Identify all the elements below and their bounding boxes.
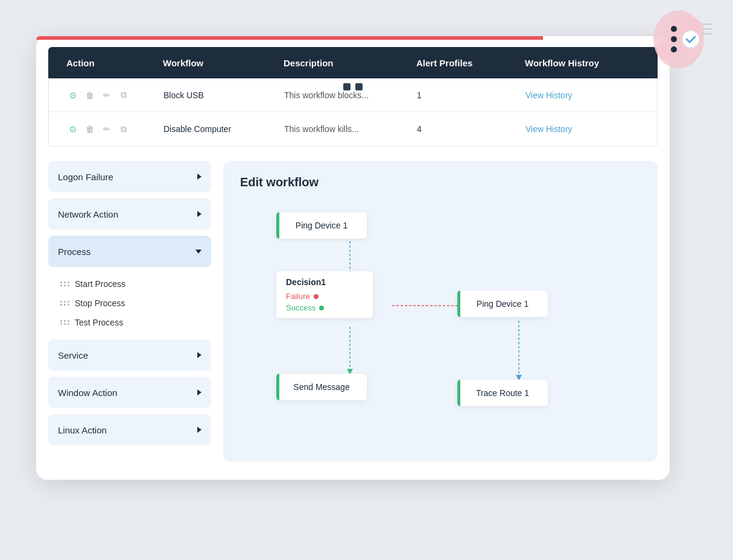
drag-handle-icon (60, 301, 70, 306)
sidebar-item-network-action[interactable]: Network Action (48, 198, 211, 230)
delete-icon-1[interactable]: 🗑 (84, 89, 96, 101)
resize-handles (343, 83, 363, 90)
resize-handle-right[interactable] (355, 83, 363, 90)
svg-point-6 (682, 31, 699, 48)
blob-decoration (643, 6, 715, 72)
send-message-label: Send Message (293, 382, 349, 392)
sub-item-label-stop: Stop Process (75, 298, 125, 308)
send-message-node[interactable]: Send Message (276, 374, 367, 400)
sidebar-label-service: Service (58, 350, 88, 360)
sidebar-label-window-action: Window Action (58, 388, 117, 398)
copy-icon-2[interactable]: ⧉ (118, 123, 130, 135)
success-branch: Success (286, 303, 363, 312)
decision-title: Decision1 (286, 277, 363, 287)
chevron-right-icon (197, 389, 201, 395)
drag-handle-icon (60, 282, 70, 286)
ping-device-node-1b[interactable]: Ping Device 1 (457, 291, 548, 317)
left-sidebar: Logon Failure Network Action Process (48, 161, 211, 462)
row-actions-1: ⊙ 🗑 ✏ ⧉ (67, 89, 163, 101)
ping-device-label-1b: Ping Device 1 (477, 299, 528, 309)
col-profiles: Alert Profiles (416, 58, 525, 68)
table-header: Action Workflow Description Alert Profil… (48, 47, 658, 78)
sub-item-test-process[interactable]: Test Process (48, 314, 211, 331)
edit-icon-1[interactable]: ✏ (101, 89, 113, 101)
row-actions-2: ⊙ 🗑 ✏ ⧉ (67, 123, 163, 135)
sub-item-label-start: Start Process (75, 279, 125, 289)
alert-profiles-1: 1 (417, 90, 525, 100)
failure-branch: Failure (286, 292, 363, 301)
svg-point-2 (656, 39, 683, 60)
history-cell-1: View History (525, 90, 639, 101)
table-row: ⊙ 🗑 ✏ ⧉ Disable Computer This workflow k… (49, 112, 657, 146)
trace-route-node[interactable]: Trace Route 1 (457, 380, 548, 406)
history-cell-2: View History (525, 124, 639, 134)
workflow-title: Edit workflow (240, 175, 641, 189)
workflow-name-2: Disable Computer (163, 124, 284, 134)
chevron-right-icon (197, 352, 201, 358)
alert-profiles-2: 4 (417, 124, 525, 134)
col-action: Action (66, 58, 163, 68)
workflow-desc-2: This workflow kills... (284, 124, 417, 134)
delete-icon-2[interactable]: 🗑 (84, 123, 96, 135)
trace-route-label: Trace Route 1 (476, 388, 529, 398)
sidebar-item-process[interactable]: Process (48, 236, 211, 267)
workflow-panel: Edit workflow (223, 161, 658, 462)
sub-item-start-process[interactable]: Start Process (48, 275, 211, 292)
sidebar-label-linux-action: Linux Action (58, 425, 107, 435)
sub-item-stop-process[interactable]: Stop Process (48, 295, 211, 312)
sidebar-item-linux-action[interactable]: Linux Action (48, 414, 211, 445)
top-bar (36, 36, 670, 40)
resize-handle-left[interactable] (343, 83, 351, 90)
success-label: Success (286, 303, 316, 312)
failure-label: Failure (286, 292, 310, 301)
sidebar-item-logon-failure[interactable]: Logon Failure (48, 161, 211, 192)
col-description: Description (284, 58, 416, 68)
bottom-layout: Logon Failure Network Action Process (48, 161, 658, 462)
chevron-right-icon (197, 174, 201, 180)
svg-point-5 (671, 46, 677, 52)
success-dot (319, 306, 324, 310)
svg-point-4 (671, 36, 677, 42)
chevron-right-icon (197, 427, 201, 433)
view-history-link-1[interactable]: View History (525, 90, 573, 100)
main-card: Action Workflow Description Alert Profil… (36, 36, 670, 480)
drag-handle-icon (60, 320, 70, 325)
process-sub-items: Start Process Stop Process Test Process (48, 273, 211, 333)
sidebar-item-service[interactable]: Service (48, 339, 211, 371)
workflow-diagram: Ping Device 1 Decision1 Failure Success (240, 206, 641, 447)
chevron-down-icon (195, 250, 201, 254)
workflow-name-1: Block USB (163, 90, 284, 100)
col-workflow: Workflow (163, 58, 284, 68)
workflow-arrows (240, 206, 641, 447)
sub-item-label-test: Test Process (75, 318, 123, 327)
sidebar-label-network-action: Network Action (58, 209, 118, 219)
view-history-link-2[interactable]: View History (525, 124, 573, 134)
workflow-desc-1: This workflow blocks... (284, 90, 417, 100)
ping-device-label-1: Ping Device 1 (296, 221, 347, 230)
sidebar-label-process: Process (58, 247, 90, 257)
copy-icon-1[interactable]: ⧉ (118, 89, 130, 101)
ping-device-node-1[interactable]: Ping Device 1 (276, 212, 367, 239)
sidebar-label-logon-failure: Logon Failure (58, 172, 113, 182)
enable-icon-1[interactable]: ⊙ (67, 89, 79, 101)
svg-point-3 (671, 26, 677, 32)
decision-node[interactable]: Decision1 Failure Success (276, 271, 373, 318)
sidebar-item-window-action[interactable]: Window Action (48, 377, 211, 408)
failure-dot (314, 294, 319, 299)
enable-icon-2[interactable]: ⊙ (67, 123, 79, 135)
edit-icon-2[interactable]: ✏ (101, 123, 113, 135)
col-history: Workflow Histroy (525, 58, 639, 68)
chevron-right-icon (197, 211, 201, 217)
